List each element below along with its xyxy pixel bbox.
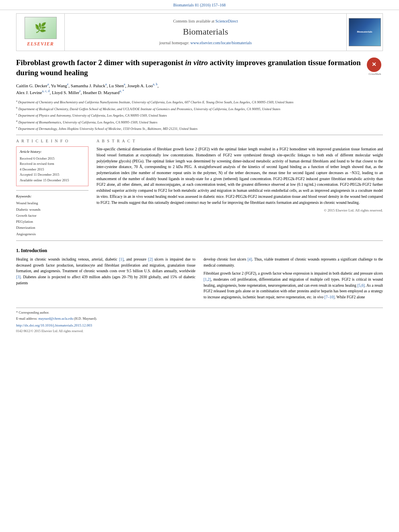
article-title-section: Fibroblast growth factor 2 dimer with su… [16, 58, 383, 78]
journal-homepage: journal homepage: www.elsevier.com/locat… [159, 40, 252, 46]
email-footnote: E-mail address: maynard@chem.ucla.edu (H… [16, 316, 383, 321]
elsevier-logo-section: ELSEVIER [16, 14, 65, 51]
section-divider [16, 135, 383, 135]
keywords-list: Wound healing Diabetic wounds Growth fac… [16, 200, 88, 237]
journal-info-center: Contents lists available at ScienceDirec… [65, 14, 346, 51]
author-2: Yu Wang [51, 83, 67, 88]
keywords-divider [16, 190, 88, 191]
journal-title: Biomaterials [183, 26, 228, 38]
keyword-4: PEGylation [16, 219, 88, 225]
ref-1-2: [1,2] [204, 277, 211, 281]
intro-para-right-1: develop chronic foot ulcers [4]. Thus, v… [204, 257, 383, 268]
copyright-line: © 2015 Elsevier Ltd. All rights reserved… [97, 208, 383, 214]
author-5-sup: a, b [153, 82, 158, 86]
abstract-paragraph: Site-specific chemical dimerization of f… [97, 146, 383, 205]
author-3: Samantha J. Paluck [71, 83, 105, 88]
crossmark-badge[interactable]: ✕ CrossMark [367, 58, 383, 74]
article-history-box: Article history: Received 6 October 2015… [16, 146, 88, 186]
info-abstract-section: A R T I C L E I N F O Article history: R… [16, 138, 383, 237]
abstract-text: Site-specific chemical dimerization of f… [97, 146, 383, 214]
affiliations: a Department of Chemistry and Biochemist… [16, 99, 383, 131]
license-text: 0142-9612/© 2015 Elsevier Ltd. All right… [16, 329, 383, 333]
intro-right-col: develop chronic foot ulcers [4]. Thus, v… [204, 257, 383, 303]
keywords-section: Keywords: Wound healing Diabetic wounds … [16, 194, 88, 237]
author-1-sup: a [47, 82, 49, 86]
author-4-sup: a [124, 82, 125, 86]
affiliation-d: d Department of Biomathematics, Universi… [16, 119, 383, 125]
intro-para-left: Healing in chronic wounds including veno… [16, 257, 195, 286]
ref-3: [3] [16, 275, 21, 279]
footnote-section: * Corresponding author. E-mail address: … [16, 308, 383, 334]
introduction-section: 1. Introduction Healing in chronic wound… [16, 247, 383, 303]
journal-citation: Biomaterials 81 (2016) 157–168 [173, 3, 226, 7]
affiliation-b: b Department of Biological Chemistry, Da… [16, 106, 383, 112]
keyword-5: Dimerization [16, 225, 88, 231]
page: Biomaterials 81 (2016) 157–168 ELSEVIER … [0, 0, 399, 532]
affiliation-c: c Department of Physics and Astronomy, U… [16, 112, 383, 118]
article-info-header: A R T I C L E I N F O [16, 138, 88, 144]
ref-1: [1] [119, 257, 123, 261]
author-2-sup: e [67, 82, 69, 86]
ref-2: [2] [148, 257, 152, 261]
abstract-header: A B S T R A C T [97, 138, 383, 144]
elsevier-logo: ELSEVIER [25, 17, 57, 47]
intro-two-col: Healing in chronic wounds including veno… [16, 257, 383, 303]
article-dates: Received 6 October 2015 Received in revi… [20, 156, 85, 183]
intro-top-divider [16, 240, 383, 241]
article-title: Fibroblast growth factor 2 dimer with su… [16, 58, 363, 78]
ref-7-10: [7–10] [325, 295, 335, 299]
author-4: Lu Shen [109, 83, 124, 88]
elsevier-tree-image [25, 17, 57, 39]
history-label: Article history: [20, 149, 85, 154]
abstract-column: A B S T R A C T Site-specific chemical d… [97, 138, 383, 237]
crossmark-label: CrossMark [367, 72, 383, 76]
author-3-sup: a [105, 82, 107, 86]
intro-para-right-2: Fibroblast growth factor 2 (FGF2), a gro… [204, 271, 383, 300]
received-date: Received 6 October 2015 [20, 156, 85, 162]
journal-thumbnail [346, 14, 383, 51]
intro-title: 1. Introduction [16, 247, 383, 254]
received-revised-label: Received in revised form [20, 161, 85, 167]
author-5: Joseph A. Loo [128, 83, 153, 88]
author-7-sup: e [79, 89, 81, 93]
biomaterials-cover-image [349, 18, 381, 46]
author-8-sup: a, * [119, 89, 124, 93]
ref-5-6: [5,6] [358, 283, 365, 288]
intro-left-col: Healing in chronic wounds including veno… [16, 257, 195, 303]
received-revised-date: 4 December 2015 [20, 167, 85, 173]
article-content: Fibroblast growth factor 2 dimer with su… [0, 58, 399, 334]
affiliation-a: a Department of Chemistry and Biochemist… [16, 99, 383, 105]
keyword-1: Wound healing [16, 200, 88, 206]
crossmark-icon: ✕ [367, 58, 381, 72]
author-7: Lloyd S. Miller [52, 90, 79, 95]
author-6: Alex J. Levine [16, 90, 42, 95]
homepage-link[interactable]: www.elsevier.com/locate/biomaterials [190, 41, 252, 45]
accepted-date: Accepted 11 December 2015 [20, 172, 85, 178]
journal-header: ELSEVIER Contents lists available at Sci… [16, 13, 383, 51]
sciencedirect-link[interactable]: ScienceDirect [215, 19, 238, 23]
doi-link[interactable]: http://dx.doi.org/10.1016/j.biomaterials… [16, 323, 383, 328]
author-8: Heather D. Maynard [83, 90, 119, 95]
available-online: Available online 15 December 2015 [20, 178, 85, 183]
author-1: Caitlin G. Decker [16, 83, 47, 88]
top-banner: Biomaterials 81 (2016) 157–168 [0, 0, 399, 10]
article-info-column: A R T I C L E I N F O Article history: R… [16, 138, 88, 237]
ref-4: [4] [247, 257, 252, 261]
author-6-sup: a, c, d [42, 89, 49, 93]
elsevier-wordmark: ELSEVIER [27, 41, 54, 47]
authors-line: Caitlin G. Deckera, Yu Wange, Samantha J… [16, 82, 383, 96]
keyword-3: Growth factor [16, 213, 88, 219]
keyword-2: Diabetic wounds [16, 207, 88, 213]
keyword-6: Angiogenesis [16, 231, 88, 237]
corresponding-author: * Corresponding author. [16, 310, 383, 315]
contents-available-line: Contents lists available at ScienceDirec… [173, 18, 238, 24]
affiliation-e: e Department of Dermatology, Johns Hopki… [16, 125, 383, 131]
keywords-label: Keywords: [16, 194, 88, 199]
email-link[interactable]: maynard@chem.ucla.edu [38, 316, 73, 320]
